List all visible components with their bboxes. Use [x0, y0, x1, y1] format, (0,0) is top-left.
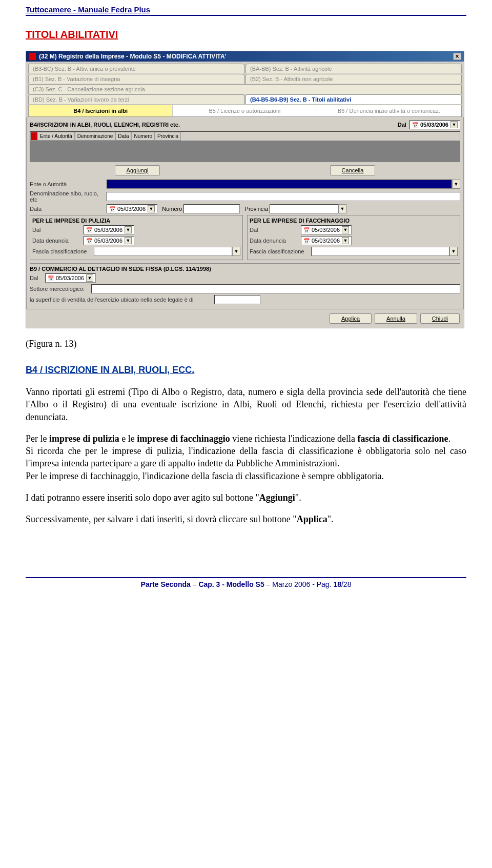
chevron-down-icon[interactable]: ▼ [450, 121, 458, 128]
tab-bd[interactable]: (BD) Sez. B - Variazioni lavoro da terzi [28, 94, 244, 104]
col-provincia: Provincia [155, 132, 181, 141]
b9-section: B9 / COMMERCIO AL DETTAGLIO IN SEDE FISS… [30, 263, 460, 304]
close-icon[interactable]: × [453, 53, 461, 60]
page-footer: Parte Seconda – Cap. 3 - Modello S5 – Ma… [26, 580, 466, 588]
tab-c3[interactable]: (C3) Sez. C - Cancellazione sezione agri… [28, 84, 462, 94]
col-data: Data [115, 132, 131, 141]
pulizia-dal[interactable]: 📅05/03/2006▼ [84, 225, 134, 234]
subtab-b6[interactable]: B6 / Denuncia inizio attività o comunica… [317, 105, 461, 116]
chevron-down-icon[interactable]: ▼ [452, 180, 460, 189]
pulizia-denuncia[interactable]: 📅05/03/2006▼ [84, 236, 134, 245]
tab-b1[interactable]: (B1) Sez. B - Variazione di insegna [28, 74, 244, 84]
grid-marker [30, 132, 37, 141]
numero-input[interactable] [183, 204, 240, 213]
applica-button[interactable]: Applica [330, 313, 372, 324]
label-data: Data [30, 206, 107, 212]
section-heading-blue: B4 / ISCRIZIONE IN ALBI, RUOLI, ECC. [26, 365, 466, 376]
data-grid[interactable]: Ente / Autorità Denominazione Data Numer… [30, 131, 460, 162]
pulizia-group: PER LE IMPRESE DI PULIZIA Dal📅05/03/2006… [30, 215, 243, 260]
subtab-b5[interactable]: B5 / Licenze o autorizzazioni [173, 105, 317, 116]
dal-date[interactable]: 📅 05/03/2006 ▼ [409, 120, 460, 129]
facch-denuncia[interactable]: 📅05/03/2006▼ [301, 236, 352, 245]
col-numero: Numero [131, 132, 155, 141]
facch-fascia[interactable] [311, 247, 449, 256]
calendar-icon: 📅 [412, 122, 418, 128]
col-denom: Denominazione [75, 132, 116, 141]
dialog-buttons: Applica Annulla Chiudi [26, 309, 464, 328]
dal-label: Dal [398, 122, 406, 128]
label-ente: Ente o Autorità [30, 181, 107, 187]
tab-b3bc[interactable]: (B3-BC) Sez. B - Attiv. unica o prevalen… [28, 64, 244, 73]
pulizia-title: PER LE IMPRESE DI PULIZIA [32, 218, 240, 224]
facchinaggio-group: PER LE IMPRESE DI FACCHINAGGIO Dal📅05/03… [247, 215, 460, 260]
paragraph-5: I dati potranno essere inseriti solo dop… [26, 491, 466, 504]
section-title-red: TITOLI ABILITATIVI [26, 29, 466, 41]
chiudi-button[interactable]: Chiudi [420, 313, 460, 324]
settore-input[interactable] [91, 284, 460, 293]
subtab-b4[interactable]: B4 / Iscrizioni in albi [29, 105, 173, 116]
tab-b4b5b6b9[interactable]: (B4-B5-B6-B9) Sez. B - Titoli abilitativ… [245, 94, 462, 104]
subtab-row: B4 / Iscrizioni in albi B5 / Licenze o a… [28, 105, 462, 117]
app-screenshot: (32 M) Registro della Imprese - Modulo S… [26, 51, 464, 328]
form-panel: B4/ISCRIZIONI IN ALBI, RUOLI, ELENCHI, R… [26, 117, 464, 309]
document-header: Tuttocamere - Manuale Fedra Plus [26, 5, 466, 16]
ente-input[interactable] [107, 180, 452, 189]
paragraph-2: Per le imprese di pulizia e le imprese d… [26, 432, 466, 482]
aggiungi-button[interactable]: Aggiungi [115, 165, 160, 175]
window-titlebar: (32 M) Registro della Imprese - Modulo S… [26, 51, 464, 62]
annulla-button[interactable]: Annulla [375, 313, 417, 324]
data-date[interactable]: 📅05/03/2006▼ [107, 204, 157, 213]
app-icon [29, 53, 36, 60]
paragraph-1: Vanno riportati gli estremi (Tipo di Alb… [26, 386, 466, 423]
footer-rule [26, 577, 466, 578]
facch-dal[interactable]: 📅05/03/2006▼ [301, 225, 352, 234]
window-title: (32 M) Registro della Imprese - Modulo S… [39, 53, 227, 60]
paragraph-6: Successivamente, per salvare i dati inse… [26, 513, 466, 525]
tab-ba-bb[interactable]: (BA-BB) Sez. B - Attività agricole [245, 64, 462, 73]
label-numero: Numero [162, 206, 182, 212]
label-denom: Denominazione albo, ruolo, etc [30, 190, 107, 203]
tab-stack: (B3-BC) Sez. B - Attiv. unica o prevalen… [26, 62, 464, 117]
cancella-button[interactable]: Cancella [330, 165, 376, 175]
label-provincia: Provincia [245, 206, 268, 212]
superficie-input[interactable] [214, 295, 260, 304]
figure-caption: (Figura n. 13) [26, 339, 466, 349]
b9-title: B9 / COMMERCIO AL DETTAGLIO IN SEDE FISS… [30, 266, 460, 272]
provincia-input[interactable] [270, 204, 338, 213]
facchinaggio-title: PER LE IMPRESE DI FACCHINAGGIO [250, 218, 458, 224]
chevron-down-icon[interactable]: ▼ [338, 204, 346, 213]
pulizia-fascia[interactable] [94, 247, 232, 256]
denom-input[interactable] [107, 192, 460, 201]
col-ente: Ente / Autorità [37, 132, 75, 141]
b9-dal[interactable]: 📅05/03/2006▼ [45, 273, 96, 283]
tab-b2[interactable]: (B2) Sez. B - Attività non agricole [245, 74, 462, 84]
b4-title: B4/ISCRIZIONI IN ALBI, RUOLI, ELENCHI, R… [30, 122, 180, 128]
